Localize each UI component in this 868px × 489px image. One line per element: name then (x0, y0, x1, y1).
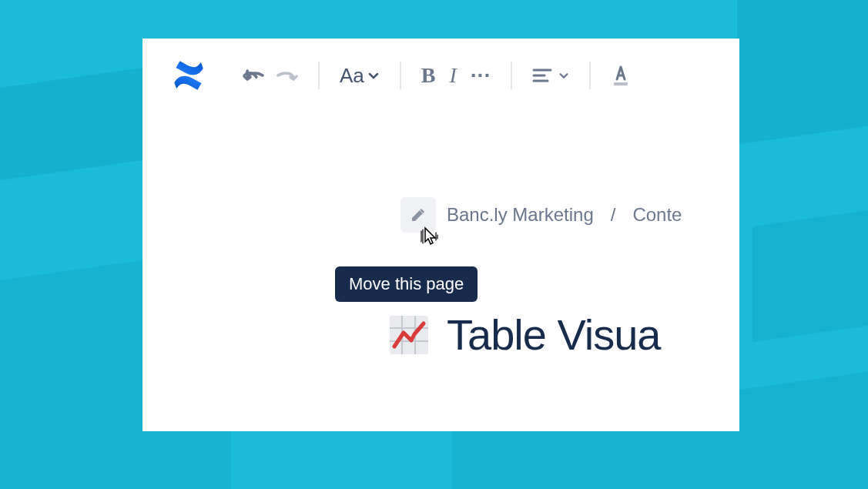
italic-button[interactable]: I (450, 63, 457, 88)
text-style-label: Aa (340, 64, 364, 88)
text-color-section (597, 64, 645, 87)
redo-button[interactable] (275, 67, 298, 84)
page-title[interactable]: Table Visua (447, 310, 661, 360)
chevron-down-icon (367, 69, 380, 82)
bold-button[interactable]: B (421, 63, 436, 88)
svg-rect-3 (614, 82, 628, 85)
pencil-icon (409, 206, 427, 224)
breadcrumb: Banc.ly Marketing / Conte Move this page (142, 197, 739, 233)
content-area: Banc.ly Marketing / Conte Move this page (142, 112, 739, 360)
background-shape (737, 0, 868, 145)
align-dropdown[interactable] (532, 67, 569, 84)
toolbar-divider (511, 62, 512, 89)
breadcrumb-parent[interactable]: Conte (632, 204, 682, 226)
more-formatting-button[interactable]: ··· (471, 63, 491, 88)
breadcrumb-space[interactable]: Banc.ly Marketing (447, 204, 594, 226)
app-window: Aa B I ··· (142, 39, 739, 431)
alignment-section (518, 67, 583, 84)
bold-label: B (421, 63, 436, 88)
italic-label: I (450, 63, 457, 88)
text-color-button[interactable] (611, 64, 631, 87)
history-section (229, 67, 312, 84)
format-section: B I ··· (407, 63, 504, 88)
breadcrumb-separator: / (611, 204, 616, 226)
chevron-down-icon (558, 70, 569, 81)
undo-button[interactable] (243, 67, 266, 84)
move-page-tooltip: Move this page (335, 266, 478, 302)
page-emoji-icon[interactable] (387, 313, 431, 357)
editor-toolbar: Aa B I ··· (142, 39, 739, 112)
text-style-dropdown[interactable]: Aa (340, 64, 380, 88)
background-shape (752, 205, 868, 342)
confluence-logo[interactable] (170, 57, 207, 94)
toolbar-divider (318, 62, 320, 89)
svg-rect-4 (390, 316, 428, 354)
toolbar-divider (400, 62, 401, 89)
toolbar-divider (589, 62, 591, 89)
page-title-row: Table Visua (142, 310, 739, 360)
tooltip-text: Move this page (349, 274, 464, 293)
text-style-section: Aa (326, 64, 394, 88)
cursor-pointer-icon (417, 225, 442, 256)
